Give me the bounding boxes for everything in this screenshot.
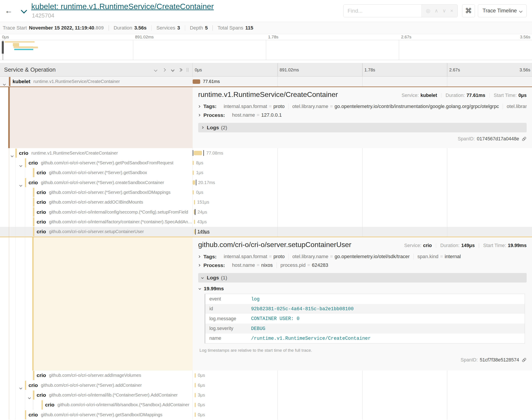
expand-chevron-icon[interactable] [20,384,22,390]
span-timeline-cell[interactable]: 24μs [193,207,532,217]
locate-icon[interactable]: ◎ [426,8,430,14]
span-name-cell[interactable]: criogithub.com/cri-o/cri-o/server.setupC… [0,227,193,237]
keyboard-shortcuts-button[interactable]: ⌘ [462,4,475,17]
span-row[interactable]: criogithub.com/cri-o/cri-o/server.(*Serv… [0,187,532,197]
span-name-cell[interactable]: criogithub.com/cri-o/cri-o/server.(*Serv… [0,380,193,390]
logs-section-toggle[interactable]: Logs (1) [198,273,527,283]
duration-label: 0μs [198,402,205,407]
start-time-value: 0μs [518,93,527,98]
service-color-bar [33,207,34,216]
tags-section-toggle[interactable]: Tags: internal.span.format=protootel.lib… [198,254,527,260]
span-name-cell[interactable]: criogithub.com/cri-o/cri-o/internal/fact… [0,217,193,227]
service-name: crio [28,382,38,388]
span-timeline-cell[interactable]: 1μs [193,168,532,178]
duration-bar [193,79,200,84]
span-row[interactable]: criogithub.com/cri-o/cri-o/internal/lib/… [0,400,532,410]
expand-chevron-icon[interactable] [11,152,13,158]
span-name-cell[interactable]: criogithub.com/cri-o/cri-o/server.(*Serv… [0,168,193,178]
column-resize-handle[interactable] [187,68,188,72]
copy-link-icon[interactable] [522,358,527,362]
span-timeline-cell[interactable]: 77.61ms [193,76,532,86]
span-timeline-cell[interactable]: 20.17ms [193,178,532,187]
logs-section-toggle[interactable]: Logs (2) [198,123,527,132]
span-row[interactable]: criogithub.com/cri-o/cri-o/server.(*Serv… [0,380,532,390]
span-row[interactable]: crioruntime.v1.RuntimeService/CreateCont… [0,148,532,158]
trace-title-link[interactable]: kubelet: runtime.v1.RuntimeService/Creat… [31,2,214,11]
span-row[interactable]: kubeletruntime.v1.RuntimeService/CreateC… [0,76,532,86]
span-row[interactable]: criogithub.com/cri-o/cri-o/server.(*Serv… [0,178,532,187]
clear-search-icon[interactable]: × [450,8,453,14]
indent-guide [15,168,16,178]
span-timeline-cell[interactable]: 0μs [193,400,532,410]
timeline-column-header: Service & Operation 0μs891.02ms1.78s2.67… [0,63,532,76]
indent-guide [25,217,25,227]
span-name-cell[interactable]: criogithub.com/cri-o/cri-o/internal/conf… [0,207,193,217]
span-row[interactable]: criogithub.com/cri-o/cri-o/server.(*Serv… [0,158,532,168]
expand-all-icon[interactable] [180,69,182,71]
span-timeline-cell[interactable]: 43μs [193,217,532,227]
span-name-cell[interactable]: criogithub.com/cri-o/cri-o/internal/lib/… [0,400,193,410]
span-name-cell[interactable]: criogithub.com/cri-o/cri-o/server.(*Serv… [0,158,193,168]
indent-guide [15,380,16,390]
log-field-row: id92b82381-025c-4a64-815c-ba2e1bb08100 [205,304,525,314]
expand-chevron-icon[interactable] [3,80,5,87]
process-section-toggle[interactable]: Process: host.name=nixosprocess.pid=6242… [198,262,527,268]
span-row[interactable]: criogithub.com/cri-o/cri-o/server.setupC… [0,227,532,237]
minimap-canvas[interactable] [0,40,532,60]
span-row[interactable]: criogithub.com/cri-o/cri-o/internal/lib.… [0,390,532,400]
service-operation-title: Service & Operation [4,66,155,73]
span-row[interactable]: criogithub.com/cri-o/cri-o/internal/conf… [0,207,532,217]
span-name-cell[interactable]: criogithub.com/cri-o/cri-o/server.addOCI… [0,197,193,207]
expand-chevron-icon[interactable] [20,162,22,168]
span-timeline-cell[interactable]: 0μs [193,187,532,197]
tags-section-toggle[interactable]: Tags: internal.span.format=protootel.lib… [198,103,527,109]
operation-name: github.com/cri-o/cri-o/internal/lib.(*Co… [49,392,178,398]
span-timeline-cell[interactable]: 151μs [193,197,532,207]
span-row[interactable]: criogithub.com/cri-o/cri-o/server.addIma… [0,371,532,380]
service-name: crio [37,170,46,176]
span-timeline-cell[interactable]: 149μs [193,227,532,237]
span-rows-top: kubeletruntime.v1.RuntimeService/CreateC… [0,76,532,86]
span-row[interactable]: criogithub.com/cri-o/cri-o/server.addOCI… [0,197,532,207]
copy-link-icon[interactable] [522,136,527,141]
span-name-cell[interactable]: criogithub.com/cri-o/cri-o/server.(*Serv… [0,410,193,420]
back-arrow-icon[interactable]: ← [5,6,13,15]
find-input[interactable] [344,5,422,17]
log-entry-toggle[interactable]: 19.99ms [199,286,527,292]
minimap-drag-handle[interactable] [2,41,4,54]
duration-label: 20.17ms [198,180,215,185]
spanid-value: 51cf7f38e5128574 [480,357,519,363]
view-selector-button[interactable]: Trace Timeline [478,4,526,17]
span-timeline-cell[interactable]: 77.08ms [193,148,532,158]
collapse-one-icon[interactable] [155,69,157,71]
expand-one-icon[interactable] [163,69,165,71]
next-result-icon[interactable]: ∨ [442,8,446,14]
span-name-cell[interactable]: criogithub.com/cri-o/cri-o/server.addIma… [0,371,193,380]
span-timeline-cell[interactable]: 8μs [193,158,532,168]
process-section-toggle[interactable]: Process: host.name=127.0.0.1 [198,112,527,118]
span-name-cell[interactable]: criogithub.com/cri-o/cri-o/internal/lib.… [0,390,193,400]
log-field-key: log.message [205,316,251,322]
expand-chevron-icon[interactable] [28,394,31,400]
span-name-cell[interactable]: kubeletruntime.v1.RuntimeService/CreateC… [0,76,193,86]
collapse-trace-chevron-icon[interactable] [21,7,27,14]
span-row[interactable]: criogithub.com/cri-o/cri-o/server.(*Serv… [0,168,532,178]
collapse-all-icon[interactable] [172,68,174,71]
expand-chevron-icon[interactable] [20,181,22,188]
span-row[interactable]: criogithub.com/cri-o/cri-o/server.(*Serv… [0,410,532,420]
span-name-cell[interactable]: crioruntime.v1.RuntimeService/CreateCont… [0,148,193,158]
span-timeline-cell[interactable]: 6μs [193,380,532,390]
span-timeline-cell[interactable]: 3μs [193,390,532,400]
span-timeline-cell[interactable]: 0μs [193,371,532,380]
operation-name: github.com/cri-o/cri-o/server.addImageVo… [49,373,141,378]
span-timeline-cell[interactable]: 0μs [193,410,532,420]
span-name-cell[interactable]: criogithub.com/cri-o/cri-o/server.(*Serv… [0,187,193,197]
prev-result-icon[interactable]: ∧ [435,8,438,14]
span-row[interactable]: criogithub.com/cri-o/cri-o/internal/fact… [0,217,532,227]
chevron-right-icon [198,105,200,108]
span-name-cell[interactable]: criogithub.com/cri-o/cri-o/server.(*Serv… [0,178,193,187]
service-color-bar [33,390,34,400]
tag-pill: otel.library.name=go.opentelemetry.io/ot… [288,254,413,259]
minimap-span [5,41,35,43]
indent-guide [15,217,16,227]
